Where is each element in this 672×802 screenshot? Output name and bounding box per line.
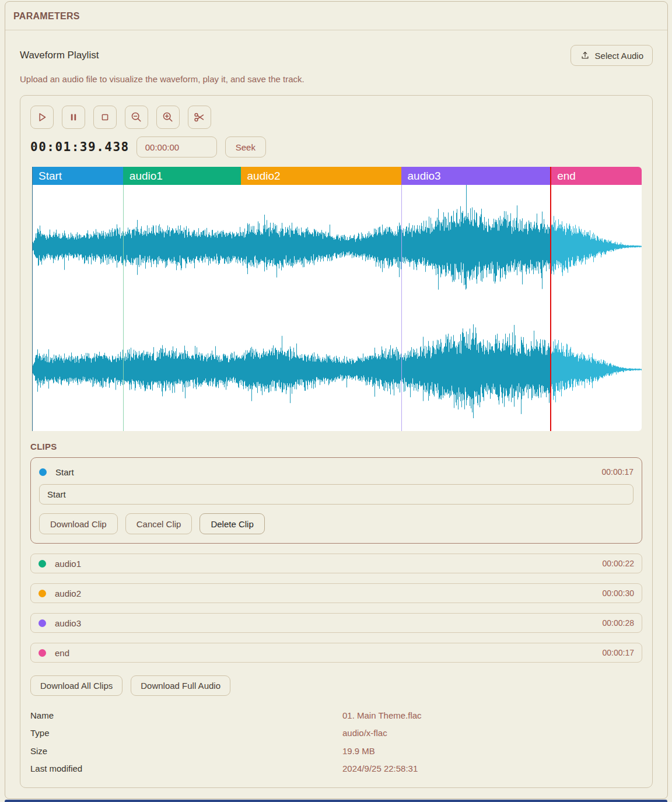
panel-header: PARAMETERS	[5, 2, 667, 30]
clip-action-label: Download Clip	[50, 519, 107, 529]
file-info-label: Size	[30, 746, 342, 756]
cancel-clip-button[interactable]: Cancel Clip	[125, 513, 192, 534]
clip-duration: 00:00:28	[603, 618, 635, 628]
zoom-out-button[interactable]	[125, 106, 148, 129]
seek-button[interactable]: Seek	[225, 136, 266, 157]
clip-name: audio3	[55, 618, 81, 628]
clips-heading: CLIPS	[30, 442, 642, 451]
waveform-display[interactable]: Startaudio1audio2audio3end	[32, 167, 642, 431]
play-icon	[36, 111, 48, 124]
transport-toolbar	[30, 106, 642, 129]
zoom-out-icon	[130, 111, 143, 124]
delete-clip-button[interactable]: Delete Clip	[200, 513, 264, 534]
file-info-label: Name	[30, 710, 342, 720]
download-full-audio-label: Download Full Audio	[141, 681, 220, 691]
current-time-display: 00:01:39.438	[30, 140, 130, 154]
next-panel-edge	[5, 800, 667, 802]
start-cursor-line	[32, 167, 33, 431]
seek-time-input[interactable]	[136, 136, 217, 157]
clip-actions: Download ClipCancel ClipDelete Clip	[39, 513, 634, 534]
clip-duration: 00:00:22	[603, 559, 635, 568]
download-full-audio-button[interactable]: Download Full Audio	[131, 675, 230, 696]
segment-boundary-line-0	[123, 185, 124, 431]
clip-action-label: Cancel Clip	[136, 519, 181, 529]
page-title: Waveform Playlist	[20, 50, 99, 61]
file-info-row: Last modified2024/9/25 22:58:31	[30, 760, 642, 778]
stop-button[interactable]	[93, 106, 117, 129]
download-clip-button[interactable]: Download Clip	[39, 513, 118, 534]
clip-color-dot	[38, 649, 46, 657]
clip-duration: 00:00:30	[603, 589, 635, 598]
zoom-in-button[interactable]	[156, 106, 180, 129]
clip-header[interactable]: Start 00:00:17	[39, 465, 634, 479]
clip-name: Start	[55, 467, 74, 477]
panel-title: PARAMETERS	[13, 11, 659, 22]
clip-row-audio1[interactable]: audio100:00:22	[30, 554, 642, 573]
clip-name-input[interactable]	[39, 484, 634, 505]
pause-icon	[67, 111, 80, 124]
clip-action-label: Delete Clip	[211, 519, 253, 529]
segment-label-audio2[interactable]: audio2	[241, 167, 401, 185]
clip-color-dot	[38, 590, 46, 597]
zoom-in-icon	[162, 111, 174, 124]
clip-color-dot	[38, 619, 46, 627]
segment-label-text: audio1	[123, 170, 163, 183]
file-info-value: audio/x-flac	[342, 728, 387, 738]
file-info-row: Typeaudio/x-flac	[30, 724, 642, 743]
playhead-line	[550, 167, 551, 431]
clip-row-audio3[interactable]: audio300:00:28	[30, 613, 642, 633]
segment-label-audio1[interactable]: audio1	[123, 167, 241, 185]
clip-duration: 00:00:17	[602, 467, 634, 477]
page-subtitle: Upload an audio file to visualize the wa…	[20, 74, 653, 84]
select-audio-button[interactable]: Select Audio	[570, 45, 653, 66]
clip-color-dot	[38, 560, 46, 568]
clip-row-end[interactable]: end00:00:17	[30, 643, 642, 663]
clip-name: audio1	[55, 559, 81, 569]
file-info: Name01. Main Theme.flacTypeaudio/x-flacS…	[30, 706, 642, 778]
file-info-label: Type	[30, 728, 342, 738]
waveform-playlist-page: PARAMETERS Waveform Playlist Select Audi…	[0, 0, 672, 802]
segment-label-end[interactable]: end	[551, 167, 642, 185]
file-info-value: 19.9 MB	[342, 746, 375, 756]
cut-button[interactable]	[188, 106, 211, 129]
play-button[interactable]	[30, 106, 54, 129]
pause-button[interactable]	[62, 106, 85, 129]
segment-label-text: audio2	[241, 170, 281, 183]
file-info-row: Size19.9 MB	[30, 742, 642, 760]
file-info-value: 2024/9/25 22:58:31	[342, 764, 418, 773]
download-all-clips-button[interactable]: Download All Clips	[30, 675, 123, 696]
panel-content: Waveform Playlist Select Audio Upload an…	[5, 30, 667, 799]
select-audio-label: Select Audio	[595, 51, 643, 61]
file-info-label: Last modified	[30, 764, 342, 773]
download-all-clips-label: Download All Clips	[40, 681, 113, 691]
seek-button-label: Seek	[236, 142, 256, 152]
file-info-value: 01. Main Theme.flac	[342, 710, 422, 720]
clip-card-start[interactable]: Start 00:00:17 Download ClipCancel ClipD…	[30, 457, 642, 544]
waveform-tool-panel: 00:01:39.438 Seek Startaudio1audio2audio…	[20, 95, 653, 788]
clip-row-audio2[interactable]: audio200:00:30	[30, 583, 642, 603]
upload-icon	[580, 50, 590, 61]
segment-label-text: end	[551, 170, 576, 183]
clip-name: audio2	[55, 589, 81, 598]
scissors-icon	[193, 111, 206, 124]
clip-name: end	[55, 648, 69, 658]
clip-duration: 00:00:17	[603, 648, 635, 657]
segment-label-Start[interactable]: Start	[32, 167, 123, 185]
segment-boundary-line-1	[401, 185, 402, 431]
file-info-row: Name01. Main Theme.flac	[30, 706, 642, 724]
parameters-panel: PARAMETERS Waveform Playlist Select Audi…	[5, 1, 668, 799]
segment-label-text: Start	[32, 170, 62, 183]
time-row: 00:01:39.438 Seek	[30, 136, 642, 157]
stop-icon	[99, 111, 111, 124]
segment-label-audio3[interactable]: audio3	[401, 167, 551, 185]
clip-color-dot	[39, 468, 47, 476]
downloads-row: Download All Clips Download Full Audio	[30, 675, 642, 696]
segment-label-text: audio3	[401, 170, 441, 183]
